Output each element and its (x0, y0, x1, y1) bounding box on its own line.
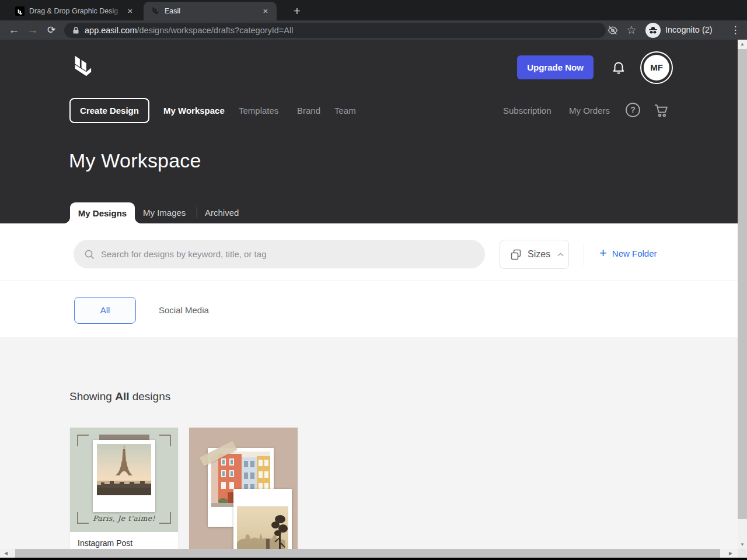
tab-my-images[interactable]: My Images (143, 208, 186, 218)
upgrade-now-button[interactable]: Upgrade Now (517, 55, 594, 79)
new-tab-button[interactable]: + (289, 4, 305, 19)
avatar-initials: MF (644, 55, 669, 80)
browser-tab-active[interactable]: Easil × (144, 2, 277, 20)
back-icon[interactable]: ← (7, 20, 21, 40)
filter-all[interactable]: All (74, 297, 136, 324)
design-thumbnail: Paris, Je t'aime! (70, 428, 178, 532)
results-section: Showing All designs (0, 337, 747, 558)
easil-logo[interactable] (69, 54, 95, 83)
incognito-icon (645, 23, 661, 38)
page-title: My Workspace (69, 149, 201, 172)
tab-my-designs[interactable]: My Designs (70, 202, 135, 223)
eye-off-icon[interactable] (606, 20, 620, 40)
divider (584, 243, 584, 266)
search-box (74, 240, 485, 268)
vertical-scroll-thumb[interactable] (738, 49, 747, 519)
scroll-down-arrow[interactable]: ▼ (738, 542, 747, 547)
close-icon[interactable]: × (125, 6, 135, 16)
address-bar[interactable]: app.easil.com/designs/workspace/drafts?c… (64, 23, 606, 38)
corner-bracket (77, 435, 89, 446)
filter-social-media[interactable]: Social Media (159, 305, 209, 315)
search-input[interactable] (101, 249, 463, 259)
close-icon[interactable]: × (260, 6, 271, 16)
horizontal-scroll-thumb[interactable] (15, 549, 720, 558)
reload-icon[interactable]: ⟳ (44, 20, 58, 40)
nav-subscription[interactable]: Subscription (503, 106, 551, 116)
nav-brand[interactable]: Brand (297, 106, 320, 116)
url-path: /designs/workspace/drafts?categoryId=All (137, 26, 293, 35)
easil-favicon (15, 6, 25, 16)
scroll-left-arrow[interactable]: ◀ (1, 551, 11, 556)
tab-label: My Designs (78, 208, 127, 218)
cart-icon[interactable] (653, 102, 669, 121)
chevron-up-icon (557, 253, 564, 257)
vertical-scrollbar[interactable]: ▲ ▼ (738, 40, 747, 549)
help-icon[interactable]: ? (626, 103, 640, 117)
incognito-label: Incognito (2) (665, 20, 713, 40)
sizes-dropdown-button[interactable]: Sizes (500, 240, 569, 269)
browser-window: Drag & Drop Graphic Desig × Easil × + ← … (0, 0, 747, 560)
avatar[interactable]: MF (640, 51, 673, 84)
tab-title: Drag & Drop Graphic Desig (29, 7, 124, 15)
eiffel-tower-photo (97, 444, 151, 495)
scroll-right-arrow[interactable]: ▶ (726, 551, 735, 556)
lock-icon (72, 26, 79, 34)
scroll-up-arrow[interactable]: ▲ (738, 41, 747, 47)
url-host: app.easil.com (85, 26, 137, 35)
tab-title: Easil (165, 7, 259, 15)
nav-templates[interactable]: Templates (239, 106, 278, 116)
horizontal-scrollbar[interactable]: ◀ ▶ (0, 549, 738, 558)
polaroid-photo (93, 440, 155, 512)
design-card-collage[interactable] (189, 428, 298, 560)
new-folder-button[interactable]: + New Folder (599, 247, 657, 260)
browser-toolbar: ← → ⟳ app.easil.com/designs/workspace/dr… (0, 20, 747, 40)
search-section: Sizes + New Folder All Social Media (0, 223, 747, 337)
menu-dots-icon[interactable]: ⋮ (728, 20, 742, 40)
notifications-bell-icon[interactable] (611, 59, 626, 78)
nav-my-orders[interactable]: My Orders (569, 106, 610, 116)
design-caption: Paris, Je t'aime! (70, 514, 178, 523)
tab-archived[interactable]: Archived (205, 208, 239, 218)
new-folder-label: New Folder (612, 249, 657, 258)
sizes-label: Sizes (528, 249, 550, 260)
create-design-button[interactable]: Create Design (69, 98, 149, 123)
corner-bracket (159, 435, 171, 446)
screen-edge (0, 558, 747, 560)
forward-icon[interactable]: → (26, 20, 40, 40)
browser-tab-strip: Drag & Drop Graphic Desig × Easil × + (0, 0, 747, 20)
showing-text: Showing All designs (69, 390, 170, 403)
scrollbar-corner (738, 549, 747, 558)
nav-team[interactable]: Team (334, 106, 356, 116)
easil-favicon (151, 6, 160, 16)
site-header: Upgrade Now MF Create Design My Workspac… (0, 40, 747, 223)
divider (0, 281, 747, 281)
plus-icon: + (599, 247, 607, 260)
design-card-paris[interactable]: Paris, Je t'aime! Instagram Post (70, 428, 178, 554)
search-icon (83, 249, 95, 260)
bookmark-star-icon[interactable]: ☆ (624, 20, 638, 40)
tab-divider (197, 207, 197, 218)
browser-tab-inactive[interactable]: Drag & Drop Graphic Desig × (8, 2, 141, 20)
nav-my-workspace[interactable]: My Workspace (163, 106, 225, 116)
sizes-icon (510, 249, 522, 261)
